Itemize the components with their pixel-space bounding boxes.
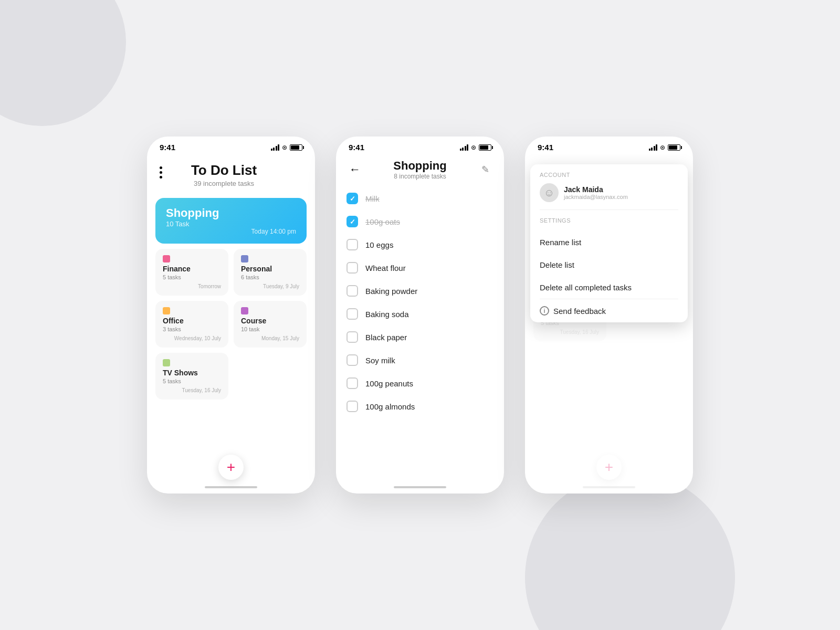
shopping-title-block: Shopping 8 incomplete tasks [363, 159, 477, 180]
checkbox-baking-powder[interactable] [346, 285, 358, 297]
list-item-empty [234, 353, 307, 400]
personal-title: Personal [241, 265, 299, 273]
featured-card-title: Shopping [166, 206, 296, 220]
wifi-icon-3: ⊛ [660, 144, 665, 151]
phone-todo-list: 9:41 ⊛ To Do List 39 incomplete tasks [147, 136, 315, 494]
tvshows-tasks: 5 tasks [163, 378, 221, 384]
checkbox-peanuts[interactable] [346, 377, 358, 389]
task-item-black-paper: Black paper [346, 326, 494, 348]
checkbox-soy-milk[interactable] [346, 354, 358, 366]
phone-menu-screen: 9:41 ⊛ list tasks [525, 136, 693, 494]
task-label-peanuts: 100g peanuts [365, 379, 413, 388]
list-item-tvshows[interactable]: TV Shows 5 tasks Tuesday, 16 July [155, 353, 228, 400]
settings-section-label: Settings [540, 217, 678, 224]
task-item-soy-milk: Soy milk [346, 349, 494, 371]
task-item-peanuts: 100g peanuts [346, 372, 494, 394]
tvshows-color-bar [163, 359, 170, 366]
status-bar-3: 9:41 ⊛ [525, 136, 693, 154]
edit-button[interactable]: ✎ [477, 164, 494, 175]
delete-list-label: Delete list [540, 260, 574, 269]
task-item-eggs: 10 eggs [346, 234, 494, 256]
screen3-fab: + [596, 455, 622, 480]
status-icons-1: ⊛ [271, 144, 303, 151]
office-tasks: 3 tasks [163, 326, 221, 332]
personal-tasks: 6 tasks [241, 274, 299, 280]
task-item-milk: Milk [346, 187, 494, 209]
account-info: Jack Maida jackmaida@lasynax.com [564, 185, 628, 200]
task-list: Milk 100g oats 10 eggs Wheat flour Bakin… [336, 182, 504, 486]
menu-settings-section: Settings [530, 210, 688, 231]
wifi-icon-1: ⊛ [282, 144, 287, 151]
todo-title: To Do List [171, 162, 277, 178]
checkbox-oats[interactable] [346, 216, 358, 227]
office-date: Wednesday, 10 July [163, 335, 221, 341]
bg-decoration-br [525, 472, 735, 630]
battery-icon-1 [290, 144, 302, 151]
status-icons-3: ⊛ [649, 144, 681, 151]
status-time-3: 9:41 [538, 143, 553, 152]
screen3-content: list tasks Shopping 10 Task Today 14:00 … [525, 154, 693, 494]
home-indicator-1 [205, 486, 257, 488]
checkbox-black-paper[interactable] [346, 331, 358, 343]
phone-shopping-detail: 9:41 ⊛ ← Shopping 8 incomplete tasks ✎ [336, 136, 504, 494]
task-label-baking-powder: Baking powder [365, 287, 417, 296]
finance-title: Finance [163, 265, 221, 273]
cards-row-2: Office 3 tasks Wednesday, 10 July Course… [155, 301, 307, 348]
status-time-1: 9:41 [160, 143, 175, 152]
task-item-baking-powder: Baking powder [346, 280, 494, 302]
course-date: Monday, 15 July [241, 335, 299, 341]
menu-account-row: ☺ Jack Maida jackmaida@lasynax.com [540, 183, 678, 202]
list-item-finance[interactable]: Finance 5 tasks Tomorrow [155, 249, 228, 296]
task-label-soy-milk: Soy milk [365, 356, 395, 365]
menu-account-section: Account ☺ Jack Maida jackmaida@lasynax.c… [530, 164, 688, 209]
screen3-bottom: + [525, 450, 693, 494]
signal-icon-2 [460, 144, 469, 151]
user-avatar: ☺ [540, 183, 559, 202]
task-label-almonds: 100g almonds [365, 402, 415, 411]
screen2-header: ← Shopping 8 incomplete tasks ✎ [336, 154, 504, 182]
menu-item-send-feedback[interactable]: i Send feedback [530, 299, 688, 322]
back-button[interactable]: ← [346, 163, 363, 176]
personal-date: Tuesday, 9 July [241, 284, 299, 289]
account-email: jackmaida@lasynax.com [564, 194, 628, 200]
delete-completed-label: Delete all completed tasks [540, 283, 632, 292]
status-icons-2: ⊛ [460, 144, 492, 151]
todo-title-block: To Do List 39 incomplete tasks [171, 162, 277, 187]
tvshows-date: Tuesday, 16 July [163, 387, 221, 393]
checkbox-almonds[interactable] [346, 401, 358, 412]
task-label-baking-soda: Baking soda [365, 310, 409, 319]
list-item-office[interactable]: Office 3 tasks Wednesday, 10 July [155, 301, 228, 348]
screen2-content: ← Shopping 8 incomplete tasks ✎ Milk 100… [336, 154, 504, 494]
list-item-course[interactable]: Course 10 task Monday, 15 July [234, 301, 307, 348]
lists-container: Shopping 10 Task Today 14:00 pm Finance … [147, 192, 315, 455]
add-list-button[interactable]: + [218, 455, 244, 480]
status-time-2: 9:41 [349, 143, 364, 152]
context-menu: Account ☺ Jack Maida jackmaida@lasynax.c… [530, 164, 688, 322]
task-item-flour: Wheat flour [346, 257, 494, 279]
rename-list-label: Rename list [540, 238, 581, 247]
finance-color-bar [163, 255, 170, 262]
cards-row-1: Finance 5 tasks Tomorrow Personal 6 task… [155, 249, 307, 296]
menu-dots-button[interactable] [160, 162, 162, 178]
screen1-header: To Do List 39 incomplete tasks [147, 154, 315, 192]
featured-card-tasks: 10 Task [166, 220, 296, 228]
home-indicator-2 [394, 486, 446, 488]
menu-item-delete-completed[interactable]: Delete all completed tasks [530, 276, 688, 299]
wifi-icon-2: ⊛ [471, 144, 476, 151]
list-item-shopping-featured[interactable]: Shopping 10 Task Today 14:00 pm [155, 198, 307, 244]
list-item-personal[interactable]: Personal 6 tasks Tuesday, 9 July [234, 249, 307, 296]
finance-tasks: 5 tasks [163, 274, 221, 280]
tvshows-title: TV Shows [163, 369, 221, 377]
checkbox-eggs[interactable] [346, 239, 358, 250]
screen1-content: To Do List 39 incomplete tasks Shopping … [147, 154, 315, 494]
task-label-milk: Milk [365, 194, 380, 203]
menu-item-rename-list[interactable]: Rename list [530, 231, 688, 254]
checkbox-baking-soda[interactable] [346, 308, 358, 320]
finance-date: Tomorrow [163, 284, 221, 289]
featured-card-date: Today 14:00 pm [166, 228, 296, 235]
task-item-oats: 100g oats [346, 211, 494, 233]
checkbox-milk[interactable] [346, 193, 358, 204]
menu-item-delete-list[interactable]: Delete list [530, 254, 688, 276]
office-title: Office [163, 317, 221, 325]
checkbox-flour[interactable] [346, 262, 358, 274]
